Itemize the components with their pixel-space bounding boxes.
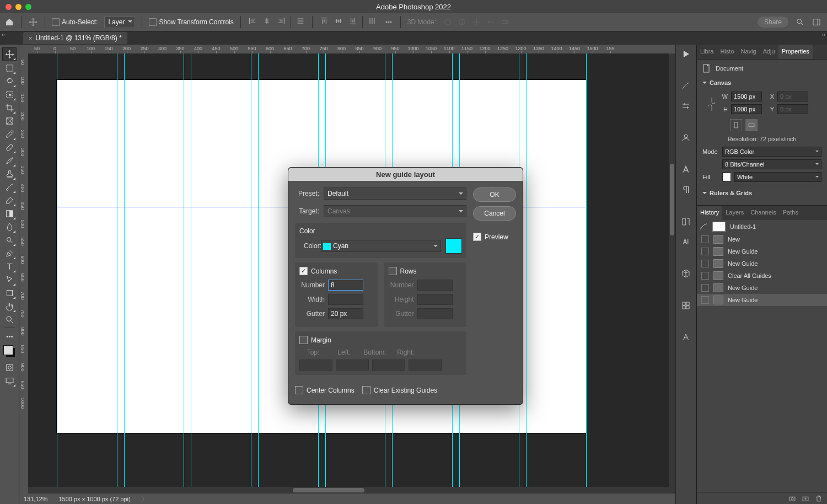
- distribute-v-icon[interactable]: [367, 16, 377, 26]
- columns-width-input[interactable]: [328, 294, 363, 305]
- type-panel-icon[interactable]: [680, 331, 692, 344]
- color-swatch[interactable]: [445, 238, 462, 254]
- panel-tab-layers[interactable]: Layers: [722, 206, 747, 220]
- history-brush-tool[interactable]: [3, 180, 16, 194]
- guide-vertical[interactable]: [57, 53, 57, 494]
- history-item[interactable]: New: [697, 233, 827, 245]
- scrollbar-thumb[interactable]: [293, 488, 364, 492]
- object-select-tool[interactable]: [3, 88, 16, 101]
- expand-left-icon[interactable]: ››: [2, 32, 5, 37]
- color-select[interactable]: Cyan: [321, 240, 441, 252]
- blur-tool[interactable]: [3, 220, 16, 233]
- zoom-tool[interactable]: [3, 313, 16, 326]
- guide-vertical[interactable]: [526, 53, 527, 494]
- columns-number-input[interactable]: [328, 280, 363, 291]
- history-item[interactable]: New Guide: [697, 282, 827, 294]
- character-panel-icon[interactable]: [680, 164, 692, 176]
- ruler-origin[interactable]: [19, 45, 29, 54]
- preset-select[interactable]: Default: [324, 187, 466, 200]
- trash-icon[interactable]: [815, 495, 823, 502]
- healing-tool[interactable]: [3, 141, 16, 154]
- auto-select-type[interactable]: Layer: [104, 17, 135, 28]
- center-columns-checkbox[interactable]: Center Columns: [295, 386, 355, 394]
- scrollbar-vertical[interactable]: [669, 53, 675, 494]
- panel-tab-paths[interactable]: Paths: [780, 206, 802, 220]
- align-left-icon[interactable]: [248, 16, 257, 26]
- guide-vertical[interactable]: [124, 53, 125, 494]
- panel-tab-channels[interactable]: Channels: [747, 206, 779, 220]
- preview-checkbox[interactable]: Preview: [473, 233, 516, 241]
- path-select-tool[interactable]: [3, 273, 16, 286]
- auto-select-checkbox[interactable]: Auto-Select:: [52, 18, 98, 26]
- new-state-icon[interactable]: [802, 495, 809, 502]
- panel-tab-navig[interactable]: Navig: [738, 45, 760, 59]
- stamp-tool[interactable]: [3, 167, 16, 180]
- guide-vertical[interactable]: [191, 53, 191, 494]
- cancel-button[interactable]: Cancel: [473, 206, 516, 221]
- share-button[interactable]: Share: [758, 17, 788, 28]
- align-top-icon[interactable]: [319, 16, 329, 26]
- adjustments-panel-icon[interactable]: [680, 100, 692, 112]
- columns-checkbox[interactable]: Columns: [299, 267, 373, 275]
- guide-vertical[interactable]: [117, 53, 117, 494]
- clear-guides-checkbox[interactable]: Clear Existing Guides: [362, 386, 437, 394]
- guide-vertical[interactable]: [258, 53, 259, 494]
- align-right-icon[interactable]: [276, 16, 286, 26]
- new-snapshot-icon[interactable]: [788, 495, 796, 502]
- guide-vertical[interactable]: [251, 53, 251, 494]
- eraser-tool[interactable]: [3, 194, 16, 207]
- paragraph-panel-icon[interactable]: [680, 184, 692, 196]
- eyedropper-tool[interactable]: [3, 127, 16, 141]
- dodge-tool[interactable]: [3, 233, 16, 246]
- document-tab[interactable]: × Untitled-1 @ 131% (RGB/8) *: [23, 32, 127, 44]
- portrait-button[interactable]: [730, 119, 742, 131]
- align-center-h-icon[interactable]: [262, 16, 272, 26]
- link-wh-icon[interactable]: [708, 96, 716, 112]
- brush-tool[interactable]: [3, 154, 16, 167]
- bit-depth-select[interactable]: 8 Bits/Channel: [722, 159, 821, 169]
- margin-checkbox[interactable]: Margin: [299, 336, 462, 344]
- close-window-button[interactable]: [6, 4, 12, 10]
- zoom-window-button[interactable]: [25, 4, 31, 10]
- search-icon[interactable]: [795, 17, 805, 27]
- show-transform-checkbox[interactable]: Show Transform Controls: [149, 18, 233, 26]
- panel-tab-histo[interactable]: Histo: [717, 45, 737, 59]
- edit-toolbar-icon[interactable]: [3, 330, 16, 343]
- brush-panel-icon[interactable]: [680, 80, 692, 92]
- character-addon-icon[interactable]: [680, 132, 692, 144]
- gradient-tool[interactable]: [3, 207, 16, 220]
- glyphs-panel-icon[interactable]: [680, 216, 692, 228]
- collapse-right-icon[interactable]: ‹‹: [822, 32, 825, 37]
- align-bottom-icon[interactable]: [348, 16, 358, 26]
- color-mode-select[interactable]: RGB Color: [722, 147, 821, 157]
- more-options-icon[interactable]: [384, 17, 394, 27]
- screen-mode-icon[interactable]: [3, 374, 16, 387]
- shape-tool[interactable]: [3, 286, 16, 299]
- color-swatches[interactable]: [3, 345, 15, 357]
- lasso-tool[interactable]: [3, 74, 16, 88]
- history-item[interactable]: New Guide: [697, 245, 827, 258]
- doc-dimensions[interactable]: 1500 px x 1000 px (72 ppi): [58, 496, 130, 502]
- quick-mask-icon[interactable]: [3, 361, 16, 374]
- hand-tool[interactable]: [3, 299, 16, 313]
- height-input[interactable]: [731, 104, 762, 114]
- history-source[interactable]: Untitled-1: [697, 220, 827, 233]
- history-item[interactable]: New Guide: [697, 294, 827, 306]
- rows-checkbox[interactable]: Rows: [389, 267, 463, 275]
- info-panel-icon[interactable]: [680, 299, 692, 312]
- move-tool[interactable]: [2, 47, 17, 61]
- panel-tab-adju[interactable]: Adju: [760, 45, 778, 59]
- align-middle-icon[interactable]: [334, 16, 343, 26]
- 3d-panel-icon[interactable]: [680, 267, 692, 280]
- rulers-section-header[interactable]: Rulers & Grids: [702, 187, 821, 199]
- ruler-horizontal[interactable]: 5005010015020025030035040045050055060065…: [28, 45, 675, 54]
- char-styles-icon[interactable]: [680, 235, 692, 248]
- fill-swatch[interactable]: [722, 173, 731, 181]
- distribute-icon[interactable]: [296, 16, 305, 26]
- type-tool[interactable]: [3, 260, 16, 273]
- marquee-tool[interactable]: [3, 61, 16, 74]
- panel-tab-libra[interactable]: Libra: [697, 45, 717, 59]
- ruler-vertical[interactable]: 5010015020025030035040045050055060065070…: [19, 53, 29, 504]
- history-item[interactable]: Clear All Guides: [697, 270, 827, 282]
- panel-tab-properties[interactable]: Properties: [778, 45, 813, 59]
